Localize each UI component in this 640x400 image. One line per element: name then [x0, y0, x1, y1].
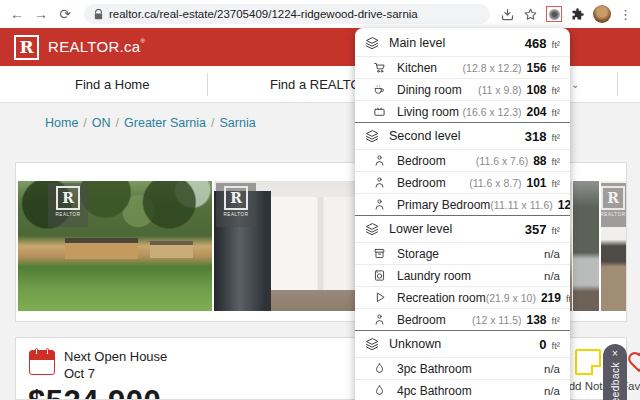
room-dimensions: (11 x 9.8)	[478, 84, 522, 96]
forward-icon[interactable]: →	[32, 7, 50, 21]
room-dimensions: (16.6 x 12.3)	[463, 106, 522, 118]
level-header-label: Unknown	[389, 337, 441, 351]
level-header: Unknown0ft²	[355, 330, 570, 357]
photo-interior-sliver[interactable]: R REALTOR	[601, 181, 626, 311]
breadcrumb-link[interactable]: Greater Sarnia	[124, 116, 206, 130]
reload-icon[interactable]: ⟳	[56, 7, 74, 21]
layers-icon	[365, 129, 381, 143]
room-row: Recreation room(21.9 x 10)219ft²	[355, 286, 570, 308]
room-row: Kitchen(12.8 x 12.2)156ft²	[355, 56, 570, 78]
breadcrumb-link[interactable]: Sarnia	[220, 116, 256, 130]
breadcrumb-separator: /	[211, 116, 214, 130]
room-row-value: n/a	[544, 270, 560, 282]
room-row: Bedroom(12 x 11.5)138ft²	[355, 308, 570, 330]
room-row-label: Bedroom	[397, 154, 446, 168]
level-header-label: Lower level	[389, 222, 452, 236]
room-row-value: (11 x 9.8)108ft²	[478, 83, 560, 97]
breadcrumb-link[interactable]: Home	[45, 116, 78, 130]
room-dimensions: (11.11 x 11.6)	[490, 199, 552, 211]
room-row: 3pc Bathroomn/a	[355, 357, 570, 379]
close-icon[interactable]: ×	[612, 349, 618, 359]
realtor-watermark: R REALTOR	[601, 183, 626, 227]
browser-menu-icon[interactable]: ⋮	[619, 7, 632, 22]
page: { "browser": { "url": "realtor.ca/real-e…	[0, 0, 640, 400]
extension-lens-icon	[549, 9, 560, 20]
kitchen-icon	[373, 61, 389, 74]
breadcrumb: Home/ON/Greater Sarnia/Sarnia	[45, 116, 256, 130]
room-dimensions: (11.6 x 7.6)	[476, 155, 528, 167]
room-row-label: 4pc Bathroom	[397, 384, 472, 398]
realtor-watermark: R REALTOR	[216, 183, 256, 227]
level-header: Main level468ft²	[355, 30, 570, 56]
level-header-value: 357ft²	[525, 222, 560, 237]
room-row-value: (16.6 x 12.3)204ft²	[463, 105, 560, 119]
room-row-value: n/a	[544, 363, 560, 375]
room-row-label: Bedroom	[397, 176, 446, 190]
living-icon	[373, 105, 389, 118]
feedback-tab[interactable]: × Feedback	[603, 344, 627, 400]
add-note-icon[interactable]	[575, 349, 601, 375]
room-row: Dining room(11 x 9.8)108ft²	[355, 78, 570, 100]
room-row: Laundry roomn/a	[355, 264, 570, 286]
room-row-label: Storage	[397, 247, 439, 261]
active-extension-icon[interactable]	[546, 6, 562, 22]
site-logo-text[interactable]: REALTOR.ca®	[48, 38, 145, 56]
address-bar[interactable]: realtor.ca/real-estate/23705409/1224-rid…	[84, 4, 490, 24]
chevron-down-icon: ⌄	[571, 79, 579, 90]
room-row-label: Living room	[397, 105, 459, 119]
room-row-value: (11.11 x 11.6)129ft²	[490, 198, 570, 212]
level-header-label: Second level	[389, 129, 461, 143]
install-icon[interactable]	[500, 7, 515, 22]
layers-icon	[365, 337, 381, 351]
browser-toolbar: ← → ⟳ realtor.ca/real-estate/23705409/12…	[0, 0, 640, 28]
url-text: realtor.ca/real-estate/23705409/1224-rid…	[109, 8, 418, 20]
photo-exterior[interactable]: R REALTOR	[18, 181, 212, 311]
level-header-value: 0ft²	[539, 337, 560, 352]
listing-price: $524,900	[28, 384, 161, 400]
room-dimensions: (21.9 x 10)	[486, 292, 536, 304]
person-icon	[373, 154, 389, 167]
level-header-value: 318ft²	[525, 129, 560, 144]
house-shape	[65, 238, 139, 259]
bathroom-icon	[373, 384, 389, 397]
room-row-label: 3pc Bathroom	[397, 362, 472, 376]
room-row-label: Bedroom	[397, 313, 446, 327]
open-house-title: Next Open House	[64, 349, 167, 364]
room-row-value: (11.6 x 8.7)101ft²	[469, 176, 560, 190]
room-row-value: (11.6 x 7.6)88ft²	[476, 154, 560, 168]
floorplan-panel: Main level468ft²Kitchen(12.8 x 12.2)156f…	[355, 28, 570, 400]
level-header: Lower level357ft²	[355, 215, 570, 242]
level-header-label: Main level	[389, 36, 445, 50]
nav-find-a-home[interactable]: Find a Home	[75, 77, 149, 92]
bathroom-icon	[373, 362, 389, 375]
recreation-icon	[373, 291, 389, 304]
room-row-value: n/a	[544, 248, 560, 260]
room-row-value: n/a	[544, 385, 560, 397]
room-row-value: (21.9 x 10)219ft²	[486, 291, 570, 305]
favourite-heart-icon[interactable]	[626, 349, 640, 373]
room-row: Storagen/a	[355, 242, 570, 264]
feedback-label: Feedback	[610, 362, 621, 400]
photo-bedroom-sliver[interactable]	[573, 181, 599, 311]
breadcrumb-link[interactable]: ON	[92, 116, 111, 130]
room-row: Primary Bedroom(11.11 x 11.6)129ft²	[355, 193, 570, 215]
room-row: Bedroom(11.6 x 8.7)101ft²	[355, 171, 570, 193]
nav-divider	[617, 73, 618, 96]
room-dimensions: (11.6 x 8.7)	[469, 177, 521, 189]
open-house-date: Oct 7	[64, 366, 95, 381]
room-row-label: Recreation room	[397, 291, 486, 305]
realtor-logo-icon[interactable]: R	[14, 35, 39, 60]
breadcrumb-separator: /	[116, 116, 119, 130]
profile-avatar[interactable]	[593, 5, 611, 23]
room-row: 4pc Bathroomn/a	[355, 379, 570, 400]
extension-puzzle-icon[interactable]	[570, 7, 585, 22]
bookmark-star-icon[interactable]	[523, 7, 538, 22]
calendar-icon	[29, 350, 55, 375]
room-row-label: Kitchen	[397, 61, 437, 75]
back-icon[interactable]: ←	[8, 7, 26, 21]
storage-icon	[373, 247, 389, 260]
lock-icon	[94, 9, 103, 20]
room-row: Bedroom(11.6 x 7.6)88ft²	[355, 149, 570, 171]
person-icon	[373, 176, 389, 189]
house-shape	[150, 241, 193, 258]
